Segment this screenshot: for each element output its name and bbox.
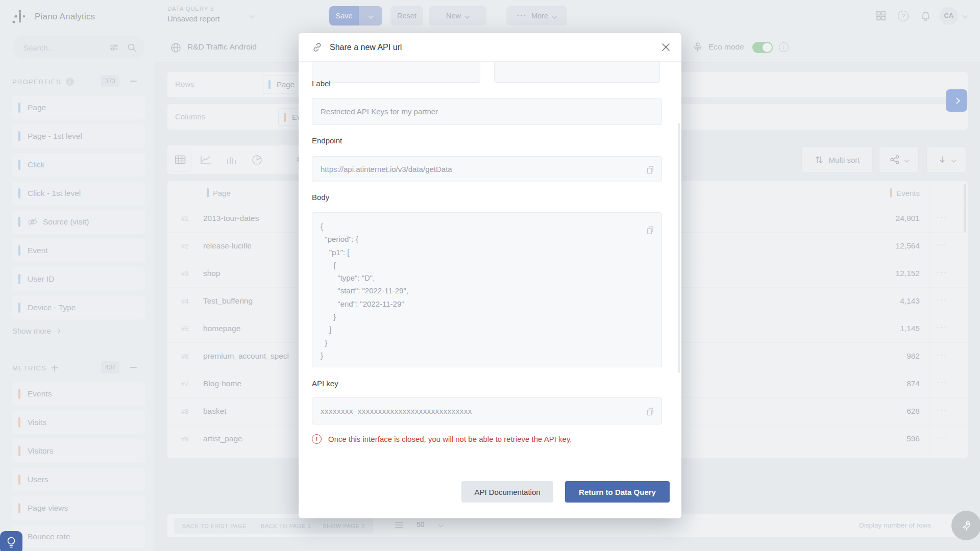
link-icon [312,42,323,53]
modal-scrollbar[interactable] [678,123,680,373]
help-lightbulb-button[interactable] [0,531,22,551]
close-icon[interactable] [662,43,670,52]
endpoint-input[interactable]: https://api.atinternet.io/v3/data/getDat… [312,156,662,182]
scrolled-field-left[interactable] [312,62,480,83]
api-key-value: xxxxxxxx_xxxxxxxxxxxxxxxxxxxxxxxxxxxx [321,407,472,415]
modal-content: Label Restricted API Keys for my partner… [299,62,681,481]
lightbulb-icon [5,536,17,549]
warning-text: Once this interface is closed, you will … [328,435,572,443]
warning-icon: ! [312,434,322,444]
copy-icon[interactable] [645,164,655,174]
assistant-rocket-button[interactable] [951,511,980,540]
endpoint-heading: Endpoint [312,136,342,145]
modal-title: Share a new API url [330,43,402,52]
body-heading: Body [312,193,329,202]
api-documentation-button[interactable]: API Documentation [461,481,553,503]
label-input[interactable]: Restricted API Keys for my partner [312,98,662,125]
label-value: Restricted API Keys for my partner [321,107,438,116]
copy-icon[interactable] [645,225,655,235]
api-key-heading: API key [312,379,338,388]
api-key-warning: ! Once this interface is closed, you wil… [312,434,572,444]
scrolled-field-right[interactable] [494,62,660,83]
body-code-box[interactable]: { "period": { "p1": [ { "type": "D", "st… [312,212,662,367]
label-heading: Label [312,79,331,88]
return-to-data-query-button[interactable]: Return to Data Query [565,481,670,503]
body-json: { "period": { "p1": [ { "type": "D", "st… [321,220,662,362]
share-api-url-modal: Share a new API url Label Restricted API… [299,33,681,518]
copy-icon[interactable] [645,406,655,416]
endpoint-value: https://api.atinternet.io/v3/data/getDat… [321,165,452,173]
rocket-icon [960,519,973,532]
api-key-input[interactable]: xxxxxxxx_xxxxxxxxxxxxxxxxxxxxxxxxxxxx [312,397,662,424]
modal-header: Share a new API url [299,33,681,62]
screen: Piano Analytics Search... PROPERTIES i 3… [0,0,980,551]
